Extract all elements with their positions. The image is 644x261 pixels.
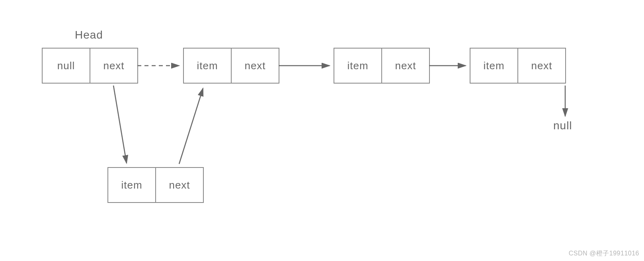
insert-node-next: next <box>155 168 203 202</box>
node-2-next: next <box>381 49 429 83</box>
head-node: null next <box>42 48 138 84</box>
node-2-data: item <box>334 49 381 83</box>
node-2: item next <box>334 48 430 84</box>
head-node-next: next <box>90 49 137 83</box>
watermark: CSDN @橙子19911016 <box>569 249 639 258</box>
insert-node: item next <box>107 167 204 203</box>
node-3-data: item <box>470 49 517 83</box>
node-1-next: next <box>231 49 279 83</box>
head-node-data: null <box>43 49 90 83</box>
node-3-next: next <box>517 49 565 83</box>
arrow-head-to-insert <box>113 86 127 163</box>
null-tail-label: null <box>553 119 572 132</box>
insert-node-data: item <box>108 168 155 202</box>
node-1-data: item <box>184 49 231 83</box>
node-3: item next <box>470 48 566 84</box>
arrow-insert-to-n1 <box>179 88 203 164</box>
node-1: item next <box>183 48 279 84</box>
head-label: Head <box>75 29 103 41</box>
